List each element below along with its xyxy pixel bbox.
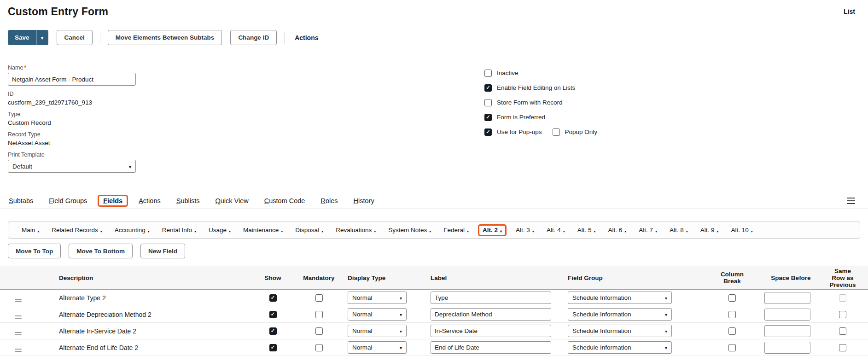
show-checkbox[interactable] [269, 344, 277, 351]
save-menu-button[interactable] [36, 30, 48, 45]
use-for-popups-checkbox[interactable] [484, 128, 492, 136]
header-same-row: Same Row as Previous [828, 268, 857, 288]
drag-handle[interactable] [15, 315, 22, 319]
chevron-down-icon [374, 227, 376, 234]
label-input[interactable] [431, 308, 551, 321]
subtab-federal[interactable]: Federal [443, 227, 469, 234]
cancel-button[interactable]: Cancel [57, 30, 93, 45]
subtab-alt-8[interactable]: Alt. 8 [670, 227, 688, 234]
show-checkbox[interactable] [269, 294, 277, 302]
move-to-bottom-button[interactable]: Move To Bottom [69, 244, 133, 258]
subtab-alt-7[interactable]: Alt. 7 [639, 227, 657, 234]
mandatory-checkbox[interactable] [315, 327, 323, 335]
subtab-alt-3[interactable]: Alt. 3 [516, 227, 534, 234]
drag-handle[interactable] [15, 349, 22, 352]
name-input[interactable] [8, 73, 136, 86]
subtab-revaluations[interactable]: Revaluations [336, 227, 376, 234]
option-row: Inactive [484, 69, 597, 77]
form-preferred-checkbox[interactable] [484, 114, 492, 121]
header-show: Show [249, 274, 297, 281]
show-checkbox[interactable] [269, 311, 277, 318]
subtab-alt-4[interactable]: Alt. 4 [547, 227, 565, 234]
chevron-down-icon [500, 227, 502, 234]
column-break-checkbox[interactable] [728, 294, 736, 302]
page-title: Custom Entry Form [8, 6, 108, 18]
column-break-checkbox[interactable] [728, 327, 736, 335]
tab-roles[interactable]: Roles [320, 195, 338, 206]
subtab-accounting[interactable]: Accounting [115, 227, 150, 234]
show-checkbox[interactable] [269, 327, 277, 335]
subtab-alt-6[interactable]: Alt. 6 [608, 227, 626, 234]
display-type-select[interactable]: Normal [348, 341, 407, 354]
chevron-down-icon [665, 327, 667, 334]
chevron-down-icon [665, 294, 667, 301]
subtab-related-records[interactable]: Related Records [52, 227, 102, 234]
enable-field-editing-checkbox[interactable] [484, 84, 492, 92]
table-row: Alternate Depreciation Method 2 Normal S… [0, 306, 868, 323]
chevron-down-icon [563, 227, 565, 234]
tab-fields[interactable]: Fields [98, 195, 128, 207]
label-input[interactable] [431, 325, 551, 337]
same-row-checkbox[interactable] [839, 294, 846, 302]
mandatory-checkbox[interactable] [315, 311, 323, 318]
subtab-maintenance[interactable]: Maintenance [243, 227, 283, 234]
inactive-label: Inactive [497, 70, 518, 76]
tab-field-groups[interactable]: Field Groups [48, 195, 88, 206]
space-before-input[interactable] [764, 309, 810, 321]
field-group-select[interactable]: Schedule Information [568, 341, 672, 354]
actions-menu[interactable]: Actions [295, 34, 318, 41]
save-button[interactable]: Save [8, 30, 36, 45]
field-group-select[interactable]: Schedule Information [568, 325, 672, 337]
field-group-select[interactable]: Schedule Information [568, 292, 672, 304]
drag-handle[interactable] [15, 299, 22, 302]
subtab-alt-10[interactable]: Alt. 10 [731, 227, 753, 234]
move-to-top-button[interactable]: Move To Top [8, 244, 61, 258]
subtab-rental-info[interactable]: Rental Info [162, 227, 196, 234]
tab-quick-view[interactable]: Quick View [214, 195, 249, 206]
column-break-checkbox[interactable] [728, 311, 736, 318]
subtab-disposal[interactable]: Disposal [295, 227, 323, 234]
subtab-system-notes[interactable]: System Notes [388, 227, 431, 234]
subtab-alt-9[interactable]: Alt. 9 [700, 227, 719, 234]
drag-handle[interactable] [15, 332, 22, 335]
popup-only-checkbox[interactable] [553, 128, 560, 136]
chevron-down-icon [624, 227, 626, 234]
chevron-down-icon [751, 227, 753, 234]
same-row-checkbox[interactable] [839, 344, 846, 351]
label-input[interactable] [431, 292, 551, 304]
label-input[interactable] [431, 341, 551, 354]
space-before-input[interactable] [764, 292, 810, 304]
display-type-select[interactable]: Normal [348, 308, 407, 321]
move-elements-button[interactable]: Move Elements Between Subtabs [108, 30, 222, 45]
list-link[interactable]: List [844, 8, 855, 15]
tab-history[interactable]: History [353, 195, 375, 206]
subtab-alt-2[interactable]: Alt. 2 [478, 224, 507, 236]
table-menu-icon[interactable] [847, 198, 855, 204]
subtab-alt-5[interactable]: Alt. 5 [577, 227, 596, 234]
chevron-down-icon [665, 344, 667, 351]
change-id-button[interactable]: Change ID [230, 30, 277, 45]
toolbar-divider [284, 32, 285, 44]
inactive-checkbox[interactable] [484, 70, 492, 77]
new-field-button[interactable]: New Field [140, 244, 185, 258]
form-options-column: Inactive Enable Field Editing on Lists S… [484, 69, 597, 143]
tab-sublists[interactable]: Sublists [175, 195, 201, 206]
column-break-checkbox[interactable] [728, 344, 736, 351]
store-form-checkbox[interactable] [484, 99, 492, 106]
mandatory-checkbox[interactable] [315, 344, 323, 351]
display-type-select[interactable]: Normal [348, 325, 407, 337]
chevron-down-icon [467, 227, 469, 234]
same-row-checkbox[interactable] [839, 311, 846, 318]
tab-custom-code[interactable]: Custom Code [263, 195, 306, 206]
subtab-main[interactable]: Main [22, 227, 39, 234]
space-before-input[interactable] [764, 342, 810, 354]
same-row-checkbox[interactable] [839, 327, 846, 335]
print-template-select[interactable]: Default [8, 160, 136, 173]
field-group-select[interactable]: Schedule Information [568, 308, 672, 321]
subtab-usage[interactable]: Usage [209, 227, 231, 234]
display-type-select[interactable]: Normal [348, 292, 407, 304]
space-before-input[interactable] [764, 325, 810, 337]
tab-actions[interactable]: Actions [138, 195, 162, 206]
mandatory-checkbox[interactable] [315, 294, 323, 302]
tab-subtabs[interactable]: Subtabs [8, 195, 34, 206]
